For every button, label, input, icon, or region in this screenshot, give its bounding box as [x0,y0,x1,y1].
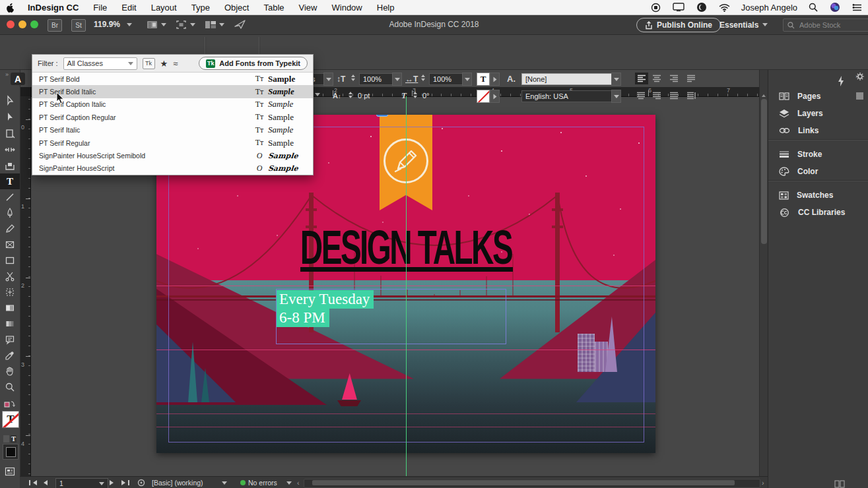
rectangle-frame-tool[interactable] [0,237,20,253]
gradient-swatch-tool[interactable] [0,300,20,316]
wifi-icon[interactable] [719,3,730,12]
menu-item-file[interactable]: File [86,3,114,13]
font-list-item[interactable]: PT Serif Italic Tᴛ Sample [32,124,313,137]
text-fill-color-swatch[interactable]: T [477,73,490,86]
menu-item-type[interactable]: Type [184,3,217,13]
kerning-chevron-icon[interactable] [323,73,333,86]
previous-page-button[interactable] [44,477,48,488]
notification-center-icon[interactable] [852,3,862,12]
hand-tool[interactable] [0,363,20,379]
preflight-status-chevron-icon[interactable] [286,477,292,488]
collapse-tools-icon[interactable]: » [5,71,9,78]
character-style-value[interactable]: [None] [521,73,614,85]
page-tool[interactable] [0,125,20,141]
vertical-scale-stepper[interactable] [351,75,355,81]
vertical-ruler[interactable]: 0 1 2 3 4 [20,87,31,488]
horizontal-scale-chevron-icon[interactable] [462,73,472,86]
leading-chevron-icon[interactable] [315,90,320,98]
preflight-status[interactable]: No errors [240,477,277,488]
font-list-item[interactable]: PT Serif Bold Tᴛ Sample [32,73,313,85]
character-formatting-button[interactable]: A [11,73,25,85]
scissors-tool[interactable] [0,268,20,284]
align-left-button[interactable] [635,73,648,84]
favorites-star-icon[interactable]: ★ [160,59,168,69]
vertical-scrollbar-thumb[interactable] [761,99,767,244]
menu-item-object[interactable]: Object [217,3,257,13]
selection-tool[interactable] [0,92,20,108]
character-style-chevron-icon[interactable] [611,73,621,86]
publish-online-button[interactable]: Publish Online [636,18,721,32]
first-page-button[interactable] [29,477,37,488]
scroll-left-icon[interactable]: ‹ [297,477,300,488]
horizontal-scrollbar[interactable] [304,479,760,488]
spotlight-search-icon[interactable] [809,3,818,12]
note-tool[interactable] [0,332,20,348]
show-similar-fonts-icon[interactable]: ≈ [173,59,178,69]
menu-item-layout[interactable]: Layout [144,3,184,13]
add-fonts-from-typekit-button[interactable]: Tk Add Fonts from Typekit [199,57,308,70]
vertical-scale-value[interactable]: 100% [359,73,395,85]
page-number-field[interactable]: 1 [55,478,108,488]
panel-item-swatches[interactable]: Swatches [768,187,868,204]
preflight-profile-selector[interactable]: [Basic] (working) [152,477,203,488]
align-towards-spine-button[interactable] [686,92,696,100]
workspace-chevron-icon[interactable] [762,23,768,26]
creative-cloud-icon[interactable] [696,2,707,13]
font-list-item[interactable]: SignPainter HouseScript Semibold O Sampl… [32,149,313,162]
justify-right-button[interactable] [652,92,661,100]
horizontal-scrollbar-thumb[interactable] [312,480,735,485]
baseline-shift-value[interactable]: 0 pt [358,92,370,100]
quick-apply-icon[interactable] [837,75,845,87]
menu-item-help[interactable]: Help [370,3,402,13]
text-frame-outline[interactable] [276,289,506,344]
screen-mode-button[interactable] [0,464,20,479]
preflight-icon[interactable] [137,477,145,488]
preflight-profile-chevron-icon[interactable] [222,477,227,488]
language-value[interactable]: English: USA [521,90,614,102]
panel-menu-icon[interactable] [856,92,863,100]
scroll-up-icon[interactable] [762,88,766,100]
panel-columns-icon[interactable] [834,480,845,488]
language-chevron-icon[interactable] [611,90,621,103]
menu-item-window[interactable]: Window [325,3,370,13]
adobe-stock-search-input[interactable] [798,20,853,30]
horizontal-scale-value[interactable]: 100% [429,73,465,85]
font-list-item[interactable]: SignPainter HouseScript O Sample [32,162,313,175]
workspace-selector[interactable]: Essentials [719,20,758,30]
line-tool[interactable] [0,189,20,205]
gradient-feather-tool[interactable] [0,316,20,332]
menu-item-edit[interactable]: Edit [114,3,143,13]
text-stroke-expand-icon[interactable] [490,90,500,103]
direct-selection-tool[interactable] [0,109,20,125]
ruler-origin-corner[interactable] [20,87,30,96]
display-icon[interactable] [673,3,684,12]
panel-item-pages[interactable]: Pages [768,88,868,105]
skew-value[interactable]: 0° [422,92,430,100]
panel-item-color[interactable]: Color [768,163,868,180]
justify-center-button[interactable] [636,92,646,100]
screen-record-icon[interactable] [651,3,661,13]
skew-stepper[interactable] [413,92,417,98]
font-list-item[interactable]: PT Serif Caption Regular Tᴛ Sample [32,111,313,123]
text-stroke-none-swatch[interactable] [477,90,490,103]
pencil-tool[interactable] [0,221,20,237]
eyedropper-tool[interactable] [0,348,20,363]
menu-item-view[interactable]: View [292,3,325,13]
typekit-filter-icon[interactable]: Tk [143,58,155,69]
vertical-scrollbar[interactable] [759,69,768,476]
pen-tool[interactable] [0,205,20,221]
vertical-green-guide[interactable] [406,96,407,476]
zoom-tool[interactable] [0,379,20,395]
panel-gear-icon[interactable] [856,73,864,80]
apple-menu-icon[interactable] [6,3,15,13]
baseline-shift-stepper[interactable] [349,92,352,98]
anchored-object-badge[interactable] [376,115,388,117]
adobe-stock-search[interactable] [783,18,868,32]
font-class-filter-select[interactable]: All Classes [63,57,137,70]
free-transform-tool[interactable] [0,284,20,300]
rectangle-tool[interactable] [0,253,20,268]
justify-left-button[interactable] [686,75,696,82]
swap-fill-stroke-icon[interactable] [0,396,20,412]
fill-proxy-swatch[interactable]: T [2,411,19,428]
panel-item-stroke[interactable]: Stroke [768,146,868,163]
